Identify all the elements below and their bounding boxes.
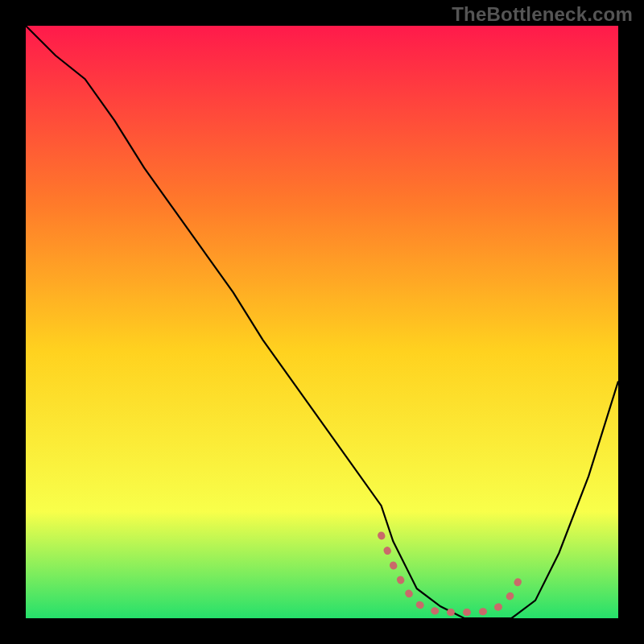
gradient-background bbox=[26, 26, 618, 618]
plot-svg bbox=[26, 26, 618, 618]
plot-area bbox=[26, 26, 618, 618]
chart-frame: TheBottleneck.com bbox=[0, 0, 644, 644]
watermark-label: TheBottleneck.com bbox=[452, 3, 633, 26]
